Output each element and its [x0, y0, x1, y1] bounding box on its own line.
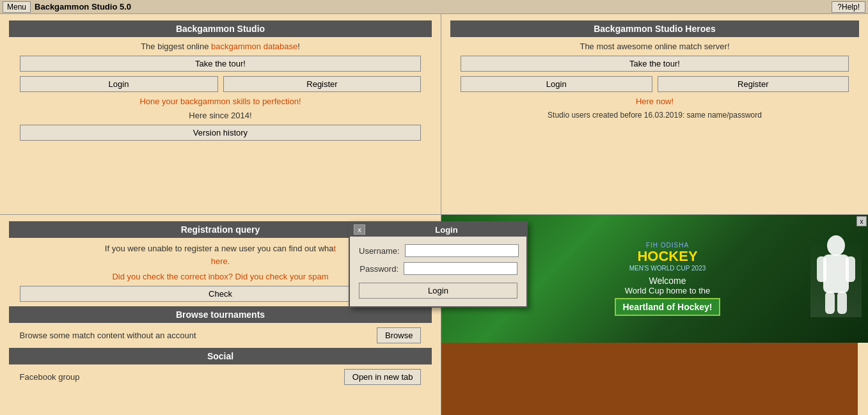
title-bar: Menu Backgammon Studio 5.0 ?Help! [0, 0, 868, 14]
top-left-register-button[interactable]: Register [223, 76, 422, 92]
ad-hockey-label: HOCKEY [531, 249, 804, 264]
modal-body: Username: Password: Login [350, 237, 526, 306]
help-button[interactable]: ?Help! [832, 1, 865, 13]
browse-text: Browse some match content without an acc… [20, 331, 372, 340]
top-right-here-now: Here now! [636, 97, 674, 106]
bottom-row: Registration query If you were unable to… [0, 215, 868, 415]
top-row: Backgammon Studio The biggest online bac… [0, 14, 868, 215]
top-left-since: Here since 2014! [189, 111, 251, 120]
top-left-note: Hone your backgammon skills to perfectio… [139, 97, 301, 106]
modal-close-button[interactable]: x [354, 224, 365, 235]
ad-welcome-text: Welcome [531, 276, 804, 286]
svg-rect-20 [817, 256, 826, 282]
ad-close-button[interactable]: x [856, 216, 867, 226]
browse-header: Browse tournaments [9, 306, 432, 323]
top-left-header: Backgammon Studio [9, 20, 432, 37]
facebook-group-text: Facebook group [20, 372, 339, 382]
top-right-panel: Backgammon Studio Heroes The most awesom… [441, 14, 868, 214]
ad-heartland-text: Heartland of Hockey! [615, 298, 720, 316]
top-right-login-button[interactable]: Login [461, 76, 652, 92]
browse-row: Browse some match content without an acc… [20, 327, 422, 343]
modal-title-bar: x Login [350, 223, 526, 237]
password-input[interactable] [404, 262, 517, 275]
username-input[interactable] [405, 244, 519, 257]
top-right-tour-button[interactable]: Take the tour! [461, 56, 849, 72]
top-left-auth-row: Login Register [20, 76, 422, 92]
top-right-subtitle: The most awesome online match server! [580, 42, 729, 51]
social-row: Facebook group Open in new tab [20, 369, 422, 385]
browse-button[interactable]: Browse [377, 327, 421, 343]
social-header: Social [9, 348, 432, 364]
svg-rect-22 [825, 292, 835, 314]
username-field-row: Username: [359, 244, 517, 257]
ad-person-image [810, 240, 862, 317]
svg-rect-23 [837, 292, 847, 314]
registration-text: If you were unable to register a new use… [105, 242, 336, 267]
ad-wc-label: MEN'S WORLD CUP 2023 [531, 265, 804, 272]
top-left-login-button[interactable]: Login [20, 76, 218, 92]
spam-text: Did you check the correct inbox? Did you… [112, 272, 328, 281]
top-right-studio-note: Studio users created before 16.03.2019: … [548, 111, 762, 120]
modal-login-button[interactable]: Login [359, 283, 517, 299]
ad-text-area: FIH ODISHA HOCKEY MEN'S WORLD CUP 2023 W… [531, 242, 804, 315]
menu-button[interactable]: Menu [3, 1, 31, 13]
svg-rect-19 [823, 254, 849, 293]
svg-point-18 [827, 235, 845, 256]
top-left-tour-button[interactable]: Take the tour! [20, 56, 422, 72]
modal-title: Login [370, 225, 523, 235]
version-history-button[interactable]: Version history [20, 125, 422, 141]
top-right-auth-row: Login Register [461, 76, 849, 92]
password-field-row: Password: [359, 262, 517, 275]
top-right-register-button[interactable]: Register [658, 76, 849, 92]
login-modal: x Login Username: Password: Login [349, 221, 528, 308]
main-container: Backgammon Studio The biggest online bac… [0, 14, 868, 415]
ad-tagline1: World Cup home to the [531, 286, 804, 295]
top-right-header: Backgammon Studio Heroes [450, 20, 859, 37]
username-label: Username: [359, 246, 400, 256]
app-title: Backgammon Studio 5.0 [35, 2, 832, 12]
svg-rect-21 [846, 256, 855, 282]
top-left-panel: Backgammon Studio The biggest online bac… [0, 14, 441, 214]
open-new-tab-button[interactable]: Open in new tab [344, 369, 422, 385]
top-left-subtitle: The biggest online backgammon database! [141, 42, 300, 51]
password-label: Password: [359, 264, 398, 274]
